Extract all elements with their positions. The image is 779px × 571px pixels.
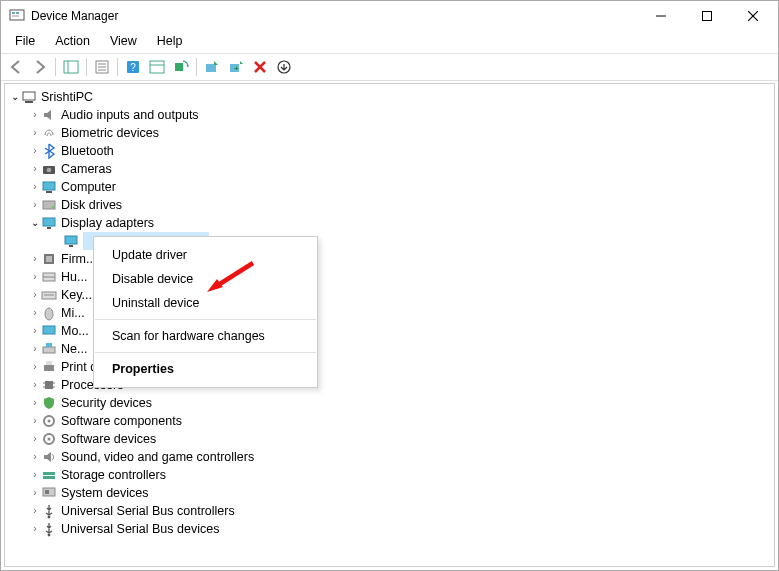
chevron-right-icon[interactable]: › <box>29 142 41 160</box>
chevron-right-icon[interactable]: › <box>29 466 41 484</box>
bluetooth-icon <box>41 143 57 159</box>
tree-item[interactable]: ›Cameras <box>5 160 774 178</box>
close-button[interactable] <box>730 1 776 31</box>
chevron-right-icon[interactable]: › <box>29 178 41 196</box>
update-driver-icon[interactable] <box>201 56 223 78</box>
svg-rect-58 <box>43 472 55 475</box>
chevron-right-icon[interactable]: › <box>29 394 41 412</box>
software-icon <box>41 413 57 429</box>
svg-rect-61 <box>45 490 49 494</box>
mouse-icon <box>41 305 57 321</box>
computer-icon <box>21 89 37 105</box>
tree-item[interactable]: ›Sound, video and game controllers <box>5 448 774 466</box>
chevron-down-icon[interactable]: ⌄ <box>9 88 21 106</box>
security-icon <box>41 395 57 411</box>
monitor-icon <box>41 323 57 339</box>
menu-file[interactable]: File <box>5 31 45 53</box>
svg-rect-33 <box>43 218 55 226</box>
add-legacy-icon[interactable]: + <box>225 56 247 78</box>
chevron-right-icon[interactable]: › <box>29 412 41 430</box>
minimize-button[interactable] <box>638 1 684 31</box>
svg-rect-18 <box>175 63 183 71</box>
toolbar-separator <box>117 58 118 76</box>
chevron-right-icon[interactable]: › <box>29 160 41 178</box>
tree-item[interactable]: ›Computer <box>5 178 774 196</box>
forward-icon[interactable] <box>29 56 51 78</box>
ctx-disable-device[interactable]: Disable device <box>94 267 317 291</box>
tree-root-label: SrishtiPC <box>41 88 93 106</box>
tree-root[interactable]: ⌄ SrishtiPC <box>5 88 774 106</box>
cpu-icon <box>41 377 57 393</box>
ctx-uninstall-device[interactable]: Uninstall device <box>94 291 317 315</box>
chevron-right-icon[interactable]: › <box>29 250 41 268</box>
tree-item[interactable]: ›Universal Serial Bus controllers <box>5 502 774 520</box>
svg-rect-16 <box>150 61 164 73</box>
tree-item[interactable]: ›Software components <box>5 412 774 430</box>
maximize-button[interactable] <box>684 1 730 31</box>
software-icon <box>41 431 57 447</box>
menu-action[interactable]: Action <box>45 31 100 53</box>
chevron-right-icon[interactable]: › <box>29 286 41 304</box>
speaker-icon <box>41 107 57 123</box>
chevron-right-icon[interactable]: › <box>29 430 41 448</box>
tree-item-display-adapters[interactable]: ⌄Display adapters <box>5 214 774 232</box>
tree-item[interactable]: ›Disk drives <box>5 196 774 214</box>
tree-item[interactable]: ›Audio inputs and outputs <box>5 106 774 124</box>
ctx-update-driver[interactable]: Update driver <box>94 243 317 267</box>
details-icon[interactable] <box>146 56 168 78</box>
chevron-right-icon[interactable]: › <box>29 502 41 520</box>
chevron-right-icon[interactable]: › <box>29 106 41 124</box>
svg-text:?: ? <box>130 62 136 73</box>
keyboard-icon <box>41 287 57 303</box>
chevron-right-icon[interactable]: › <box>29 304 41 322</box>
chevron-right-icon[interactable]: › <box>29 268 41 286</box>
tree-item[interactable]: ›Bluetooth <box>5 142 774 160</box>
chevron-right-icon[interactable]: › <box>29 124 41 142</box>
chevron-right-icon[interactable]: › <box>29 358 41 376</box>
ctx-properties[interactable]: Properties <box>94 357 317 381</box>
toolbar-separator <box>86 58 87 76</box>
window-title: Device Manager <box>31 9 638 23</box>
svg-rect-5 <box>703 12 712 21</box>
disable-icon[interactable] <box>249 56 271 78</box>
context-menu-separator <box>95 319 316 320</box>
chevron-right-icon[interactable]: › <box>29 376 41 394</box>
svg-rect-19 <box>206 64 216 72</box>
menu-view[interactable]: View <box>100 31 147 53</box>
uninstall-icon[interactable] <box>273 56 295 78</box>
app-icon <box>9 8 25 24</box>
svg-rect-38 <box>46 256 52 262</box>
ctx-scan-hardware[interactable]: Scan for hardware changes <box>94 324 317 348</box>
menu-help[interactable]: Help <box>147 31 193 53</box>
chevron-right-icon[interactable]: › <box>29 484 41 502</box>
menubar: File Action View Help <box>1 31 778 53</box>
properties-icon[interactable] <box>91 56 113 78</box>
camera-icon <box>41 161 57 177</box>
svg-rect-29 <box>43 182 55 190</box>
chevron-right-icon[interactable]: › <box>29 520 41 538</box>
chevron-down-icon[interactable]: ⌄ <box>29 214 41 232</box>
svg-rect-45 <box>43 347 55 353</box>
tree-item[interactable]: ›Universal Serial Bus devices <box>5 520 774 538</box>
scan-hardware-icon[interactable] <box>170 56 192 78</box>
svg-point-55 <box>48 420 51 423</box>
svg-rect-44 <box>43 326 55 334</box>
back-icon[interactable] <box>5 56 27 78</box>
chevron-right-icon[interactable]: › <box>29 340 41 358</box>
svg-rect-47 <box>44 365 54 371</box>
hid-icon <box>41 269 57 285</box>
toolbar-separator <box>196 58 197 76</box>
display-icon <box>63 233 79 249</box>
chevron-right-icon[interactable]: › <box>29 322 41 340</box>
show-hide-console-icon[interactable] <box>60 56 82 78</box>
help-icon[interactable]: ? <box>122 56 144 78</box>
toolbar: ? + <box>1 53 778 81</box>
chevron-right-icon[interactable]: › <box>29 448 41 466</box>
tree-item[interactable]: ›Storage controllers <box>5 466 774 484</box>
svg-rect-2 <box>16 12 19 14</box>
chevron-right-icon[interactable]: › <box>29 196 41 214</box>
tree-item[interactable]: ›Biometric devices <box>5 124 774 142</box>
tree-item[interactable]: ›System devices <box>5 484 774 502</box>
tree-item[interactable]: ›Software devices <box>5 430 774 448</box>
tree-item[interactable]: ›Security devices <box>5 394 774 412</box>
